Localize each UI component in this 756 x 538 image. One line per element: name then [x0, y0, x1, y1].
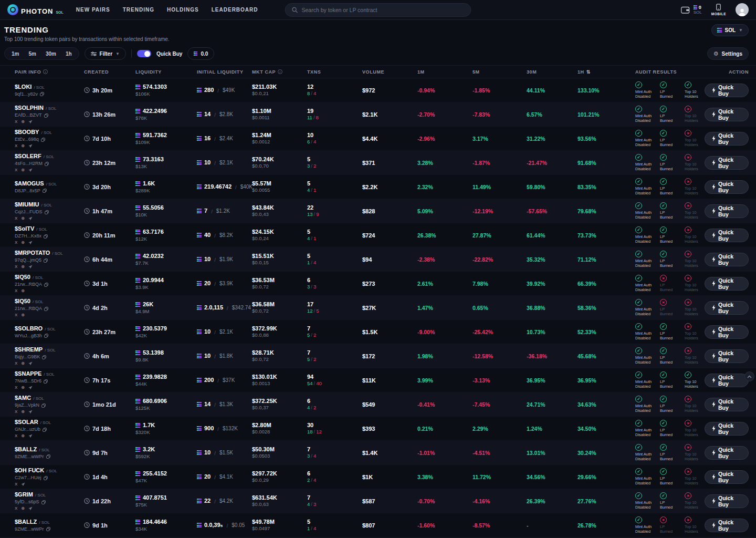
table-row[interactable]: $AMC / SOL 9jaZ...VpkN X ⊕	[0, 392, 756, 417]
website-icon[interactable]: ⊕	[21, 433, 25, 438]
copy-icon[interactable]	[41, 500, 46, 504]
website-icon[interactable]: ⊕	[21, 385, 25, 390]
timeframe-5m[interactable]: 5m	[24, 51, 40, 57]
pair-address-line[interactable]: CqzJ...FUDS	[15, 209, 84, 215]
x-twitter-icon[interactable]: X	[15, 433, 17, 438]
x-twitter-icon[interactable]: X	[15, 119, 17, 124]
quick-buy-button[interactable]: Quick Buy	[705, 108, 749, 121]
nav-item-new-pairs[interactable]: NEW PAIRS	[76, 7, 110, 13]
timeframe-1m[interactable]: 1m	[7, 51, 24, 57]
telegram-icon[interactable]	[28, 265, 33, 269]
settings-button[interactable]: ⚙ Settings	[707, 47, 749, 60]
table-row[interactable]: $SOLBRO / SOL WYuJ...gB3h 23h 27m 230.53…	[0, 320, 756, 344]
copy-icon[interactable]	[44, 334, 48, 338]
copy-icon[interactable]	[43, 428, 47, 432]
timeframe-30m[interactable]: 30m	[41, 51, 61, 57]
telegram-icon[interactable]	[28, 506, 33, 511]
pair-address-line[interactable]: 9qf1...y82v	[15, 91, 84, 97]
x-twitter-icon[interactable]: X	[15, 264, 17, 269]
pair-address-line[interactable]: 21rw...RBQA	[15, 282, 84, 287]
x-twitter-icon[interactable]: X	[15, 409, 17, 414]
brand[interactable]: PHOTON SOL	[7, 4, 64, 15]
table-row[interactable]: $BOOBY / SOL EtEv...698q X ⊕	[0, 127, 756, 151]
table-row[interactable]: $AMOGUS / SOL D8JP...8x5P 3d 20h 1.6K $2…	[0, 175, 756, 199]
table-row[interactable]: $LOKI / SOL 9qf1...y82v 3h 20m 574.1303 …	[0, 78, 756, 102]
pair-address-line[interactable]: D8JP...8x5P	[15, 188, 84, 194]
pair-address-line[interactable]: 97qQ...jmQ5	[15, 257, 84, 263]
col-volume[interactable]: VOLUME	[362, 69, 417, 75]
table-row[interactable]: $IQ50 / SOL 21rw...RBQA X ⊕ 3d 1h	[0, 272, 756, 296]
pair-address-line[interactable]: 5yfD...s6pS	[15, 499, 84, 505]
copy-icon[interactable]	[43, 189, 47, 193]
copy-icon[interactable]	[44, 283, 48, 287]
copy-icon[interactable]	[41, 138, 45, 142]
copy-icon[interactable]	[44, 258, 48, 263]
copy-icon[interactable]	[45, 210, 49, 214]
copy-icon[interactable]	[44, 379, 48, 384]
timeframe-1h[interactable]: 1h	[61, 51, 77, 57]
x-twitter-icon[interactable]: X	[15, 216, 17, 221]
website-icon[interactable]: ⊕	[21, 168, 25, 172]
copy-icon[interactable]	[44, 307, 48, 311]
col-txns[interactable]: TXNS	[307, 69, 362, 75]
pair-address-line[interactable]: Bqjy...G9BK	[15, 354, 84, 360]
search-input[interactable]	[302, 7, 465, 13]
telegram-icon[interactable]	[28, 434, 33, 438]
copy-icon[interactable]	[41, 404, 46, 408]
quick-buy-toggle[interactable]	[137, 50, 151, 57]
website-icon[interactable]: ⊕	[21, 240, 25, 245]
wallet-widget[interactable]: 0 SOL	[681, 5, 702, 15]
x-twitter-icon[interactable]: X	[15, 168, 17, 172]
quick-buy-button[interactable]: Quick Buy	[705, 374, 749, 387]
website-icon[interactable]: ⊕	[21, 506, 25, 511]
table-row[interactable]: $SolTV / SOL DZ7H...Kx8x X ⊕	[0, 223, 756, 247]
pair-address-line[interactable]: EtEv...698q	[15, 137, 84, 142]
col-mkt-cap[interactable]: MKT CAPi	[252, 69, 307, 75]
pair-address-line[interactable]: EAfD...BZVT	[15, 112, 84, 118]
table-row[interactable]: $BALLZ / SOL 9ZME...wWPr 9d 7h 3.2K $592…	[0, 441, 756, 465]
x-twitter-icon[interactable]: X	[15, 313, 17, 317]
table-row[interactable]: $MIUMIU / SOL CqzJ...FUDS X ⊕	[0, 199, 756, 223]
website-icon[interactable]: ⊕	[21, 313, 25, 317]
col-liquidity[interactable]: LIQUIDITY	[135, 69, 197, 75]
copy-icon[interactable]	[46, 454, 50, 459]
quick-buy-button[interactable]: Quick Buy	[705, 301, 749, 315]
filter-button[interactable]: Filter ▼	[85, 47, 126, 60]
telegram-icon[interactable]	[28, 216, 33, 221]
pair-address-line[interactable]: 7NwB...5Dr6	[15, 378, 84, 384]
col-initial-liquidity[interactable]: INITIAL LIQUIDITY	[197, 69, 252, 75]
website-icon[interactable]: ⊕	[21, 288, 25, 293]
telegram-icon[interactable]	[28, 168, 33, 172]
telegram-icon[interactable]	[28, 144, 33, 148]
x-twitter-icon[interactable]: X	[15, 385, 17, 390]
avatar[interactable]	[736, 3, 749, 16]
website-icon[interactable]: ⊕	[21, 119, 25, 124]
pair-address-line[interactable]: GNJr...uzUb	[15, 427, 84, 432]
copy-icon[interactable]	[44, 476, 48, 480]
pair-address-line[interactable]: 9jaZ...VpkN	[15, 402, 84, 408]
scroll-indicator[interactable]	[744, 371, 754, 381]
pair-address-line[interactable]: WYuJ...gB3h	[15, 333, 84, 339]
table-row[interactable]: $SOLAR / SOL GNJr...uzUb X ⊕	[0, 417, 756, 441]
pair-address-line[interactable]: 9ZME...wWPr	[15, 526, 84, 532]
pair-address-line[interactable]: 9ZME...wWPr	[15, 454, 84, 460]
x-twitter-icon[interactable]: X	[15, 240, 17, 245]
quick-buy-button[interactable]: Quick Buy	[705, 398, 749, 411]
copy-icon[interactable]	[40, 92, 44, 96]
copy-icon[interactable]	[44, 113, 48, 118]
col-1h[interactable]: 1H⇅	[578, 69, 635, 75]
col-5m[interactable]: 5M	[472, 69, 527, 75]
telegram-icon[interactable]	[28, 120, 33, 124]
col-created[interactable]: CREATED	[84, 69, 135, 75]
col-1m[interactable]: 1M	[417, 69, 472, 75]
quick-buy-button[interactable]: Quick Buy	[705, 519, 749, 532]
telegram-icon[interactable]	[28, 241, 33, 245]
x-twitter-icon[interactable]: X	[15, 361, 17, 366]
pair-address-line[interactable]: 4sFo...H2RM	[15, 161, 84, 167]
mobile-button[interactable]: MOBILE	[711, 4, 726, 16]
quick-buy-button[interactable]: Quick Buy	[705, 422, 749, 436]
quick-buy-button[interactable]: Quick Buy	[705, 132, 749, 146]
col-pair-info[interactable]: PAIR INFOi	[15, 69, 84, 75]
quick-buy-amount[interactable]: 0.0	[187, 47, 214, 60]
x-twitter-icon[interactable]: X	[15, 288, 17, 293]
